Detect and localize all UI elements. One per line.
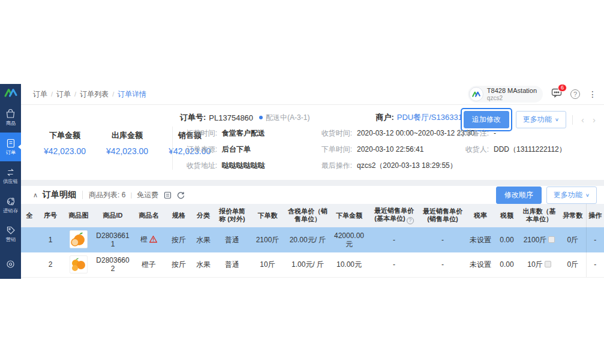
- order-no-value: PL13754860: [209, 113, 253, 122]
- document-icon: [164, 191, 172, 199]
- list-view-button[interactable]: [164, 191, 172, 199]
- field-receive-time: 收货时间:2020-03-12 00:00~2020-03-12 23:30: [315, 129, 452, 138]
- divider: [82, 191, 83, 199]
- detail-header: ∧ 订单明细 商品列表: 6 | 免运费 修改顺序: [21, 186, 604, 204]
- help-icon: ?: [573, 91, 577, 98]
- oranges-image: [71, 257, 86, 272]
- breadcrumb-item[interactable]: 订单列表: [80, 89, 109, 100]
- col-header-tax-rate: 税率: [466, 204, 495, 227]
- summary-value: ¥42,023.00: [106, 146, 148, 156]
- field-operation-time: 运营时间:食堂客户配送: [180, 129, 315, 138]
- col-header-amount: 下单金额: [329, 204, 369, 227]
- field-receiver: 收货人:DDD（13111222112）: [452, 145, 597, 154]
- table-row[interactable]: 2 D28036602: [21, 252, 604, 278]
- out-qty-cell: 10斤: [519, 252, 560, 278]
- category: 水果: [191, 252, 215, 278]
- field-empty: [452, 161, 597, 170]
- product-image-cell[interactable]: [63, 252, 94, 278]
- order-qty: 10斤: [249, 252, 286, 278]
- sidebar-item-label: 商品: [5, 121, 16, 126]
- merchant-link[interactable]: PDU餐厅/S136331: [397, 112, 462, 123]
- row-select-cell[interactable]: [21, 227, 38, 252]
- merchant-group: 商户: PDU餐厅/S136331: [375, 112, 462, 123]
- sidebar-item-inventory[interactable]: 进销存: [0, 191, 21, 220]
- row-operation[interactable]: -: [586, 252, 604, 278]
- table-row[interactable]: 1 D28036611 橙: [21, 227, 604, 252]
- field-label: 最后操作:: [315, 161, 352, 170]
- main-area: 订单 / 订单 / 订单列表 / 订单详情 T8428: [21, 84, 604, 279]
- sidebar-item-goods[interactable]: 商品: [0, 103, 21, 133]
- divider: [172, 127, 173, 170]
- append-modify-button[interactable]: 追加修改: [464, 111, 509, 128]
- collapse-button[interactable]: ∧: [33, 191, 38, 199]
- note-icon[interactable]: [545, 261, 551, 267]
- row-select-cell[interactable]: [21, 252, 38, 278]
- more-menu-button[interactable]: ⋮: [588, 90, 597, 98]
- select-all-header[interactable]: 全: [21, 204, 38, 227]
- note-icon[interactable]: [548, 236, 555, 243]
- summary-label: 出库金额: [106, 130, 148, 141]
- col-header-abnormal: 异常数: [560, 204, 586, 227]
- recent-sale-price: -: [419, 227, 466, 252]
- chevron-left-icon: ‹: [581, 115, 584, 125]
- reorder-button[interactable]: 修改顺序: [496, 186, 542, 204]
- prev-order-button[interactable]: ‹: [579, 115, 587, 125]
- notification-badge: 6: [558, 84, 567, 92]
- out-qty-cell: 2100斤: [519, 227, 560, 252]
- detail-actions: 修改顺序 更多功能 ∨: [496, 186, 597, 204]
- field-label: 订单备注:: [452, 129, 489, 138]
- top-bar: 订单 / 订单 / 订单列表 / 订单详情 T8428: [21, 84, 604, 105]
- share-nodes-icon: [6, 197, 16, 206]
- recent-base-price: -: [369, 227, 419, 252]
- sidebar-item-orders[interactable]: 订单: [0, 133, 21, 162]
- product-name-cell: 橙: [131, 227, 166, 252]
- meta-bar: |: [130, 191, 132, 198]
- messages-button[interactable]: 6: [551, 88, 562, 100]
- order-more-button[interactable]: 更多功能 ∨: [516, 111, 566, 128]
- sidebar-item-marketing[interactable]: 营销: [0, 219, 21, 249]
- field-label: 订单来源:: [180, 145, 217, 154]
- field-value: -: [494, 129, 496, 138]
- breadcrumb-item[interactable]: 订单: [33, 89, 47, 100]
- help-button[interactable]: ?: [570, 89, 580, 99]
- product-image-cell[interactable]: [63, 227, 94, 252]
- order-items-table: 全 序号 商品图 商品ID 商品名 规格 分类 报价单简称 (对外) 下单数 含…: [21, 204, 604, 278]
- col-header-quote: 报价单简称 (对外): [215, 204, 249, 227]
- tax: 0.00: [495, 227, 519, 252]
- col-header-op: 操作: [586, 204, 604, 227]
- recent-sale-price: -: [419, 252, 466, 278]
- product-image: [70, 255, 88, 273]
- breadcrumb-item[interactable]: 订单: [56, 89, 71, 100]
- sidebar-item-settings[interactable]: [0, 250, 21, 279]
- detail-more-button[interactable]: 更多功能 ∨: [546, 186, 597, 204]
- refresh-button[interactable]: [177, 191, 185, 199]
- order-document-icon: [6, 139, 16, 148]
- amount: 10.00元: [329, 252, 369, 278]
- summary-label: 下单金额: [44, 130, 86, 141]
- product-name: 橙: [140, 235, 148, 243]
- brand-logo-icon: [4, 88, 17, 100]
- help-icon[interactable]: ?: [407, 217, 414, 224]
- field-value: DDD（13111222112）: [494, 145, 566, 154]
- detail-title: 订单明细: [43, 189, 76, 200]
- field-value: 后台下单: [222, 145, 251, 154]
- sidebar-item-supply-chain[interactable]: 供应链: [0, 161, 21, 191]
- product-id: D28036611: [94, 227, 131, 252]
- tax-rate: 未设置: [466, 227, 495, 252]
- divider: [572, 115, 573, 125]
- highlight-outline: 追加修改: [461, 108, 512, 131]
- row-operation[interactable]: -: [586, 227, 604, 252]
- out-qty: 10斤: [527, 260, 542, 269]
- col-header-recent-base: 最近销售单价 (基本单位)?: [369, 204, 419, 227]
- sidebar: 商品 订单 供应链 进销存 营销: [0, 84, 21, 279]
- warning-icon[interactable]: [149, 236, 157, 245]
- user-menu[interactable]: T8428 MAstation qzcs2: [468, 86, 543, 103]
- order-more-label: 更多功能: [523, 115, 552, 125]
- detail-more-label: 更多功能: [554, 190, 582, 200]
- breadcrumb-item-current: 订单详情: [118, 89, 146, 100]
- sidebar-item-label: 进销存: [3, 208, 18, 213]
- field-label: 下单时间:: [315, 145, 352, 154]
- next-order-button[interactable]: ›: [590, 115, 598, 125]
- user-subname: qzcs2: [487, 95, 537, 101]
- out-qty: 2100斤: [524, 236, 547, 244]
